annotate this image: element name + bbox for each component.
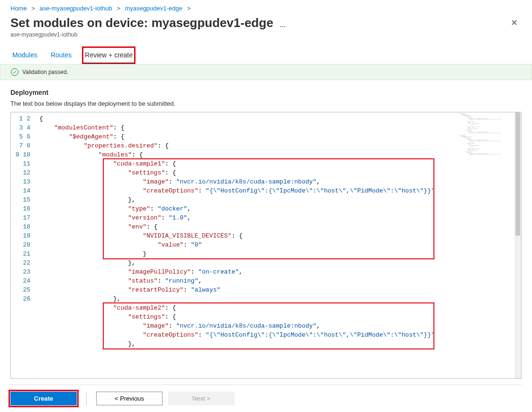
next-button: Next > bbox=[168, 392, 234, 405]
validation-message: Validation passed. bbox=[22, 69, 68, 75]
editor-scrollbar[interactable] bbox=[514, 112, 521, 378]
breadcrumb-item[interactable]: myasegpudev1-edge bbox=[125, 5, 182, 12]
tab-routes[interactable]: Routes bbox=[49, 47, 73, 64]
deployment-description: The text box below displays the deployme… bbox=[10, 100, 522, 107]
deployment-json-editor[interactable]: 1 2 3 4 5 6 7 8 9 10 11 12 13 14 15 16 1… bbox=[10, 112, 522, 379]
scrollbar-thumb[interactable] bbox=[515, 112, 520, 236]
breadcrumb-item[interactable]: Home bbox=[10, 5, 27, 12]
editor-minimap[interactable]: { "modulesContent": { "$edgeAgent": { "p… bbox=[458, 112, 514, 378]
breadcrumb-item[interactable]: ase-myasegpudev1-iothub bbox=[40, 5, 112, 12]
more-icon[interactable]: … bbox=[280, 21, 286, 28]
chevron-right-icon: > bbox=[187, 5, 191, 12]
create-button[interactable]: Create bbox=[10, 392, 77, 405]
chevron-right-icon: > bbox=[117, 5, 120, 12]
editor-line-gutter: 1 2 3 4 5 6 7 8 9 10 11 12 13 14 15 16 1… bbox=[11, 112, 37, 378]
page-title: Set modules on device: myasegpudev1-edge bbox=[10, 16, 273, 30]
check-circle-icon: ✓ bbox=[11, 68, 18, 76]
close-icon[interactable]: ✕ bbox=[507, 16, 522, 30]
tab-review-create[interactable]: Review + create bbox=[83, 47, 135, 64]
previous-button[interactable]: < Previous bbox=[96, 392, 162, 405]
chevron-right-icon: > bbox=[31, 5, 35, 12]
editor-code-area[interactable]: { "modulesContent": { "$edgeAgent": { "p… bbox=[37, 112, 458, 378]
deployment-heading: Deployment bbox=[10, 89, 522, 96]
validation-banner: ✓ Validation passed. bbox=[0, 64, 532, 80]
tab-modules[interactable]: Modules bbox=[10, 47, 39, 64]
tabs: Modules Routes Review + create bbox=[10, 47, 522, 64]
separator bbox=[86, 392, 87, 405]
footer-actions: Create < Previous Next > bbox=[10, 385, 522, 412]
page-subtitle: ase-myasegpudev1-iothub bbox=[10, 31, 286, 38]
breadcrumb: Home > ase-myasegpudev1-iothub > myasegp… bbox=[10, 5, 522, 12]
